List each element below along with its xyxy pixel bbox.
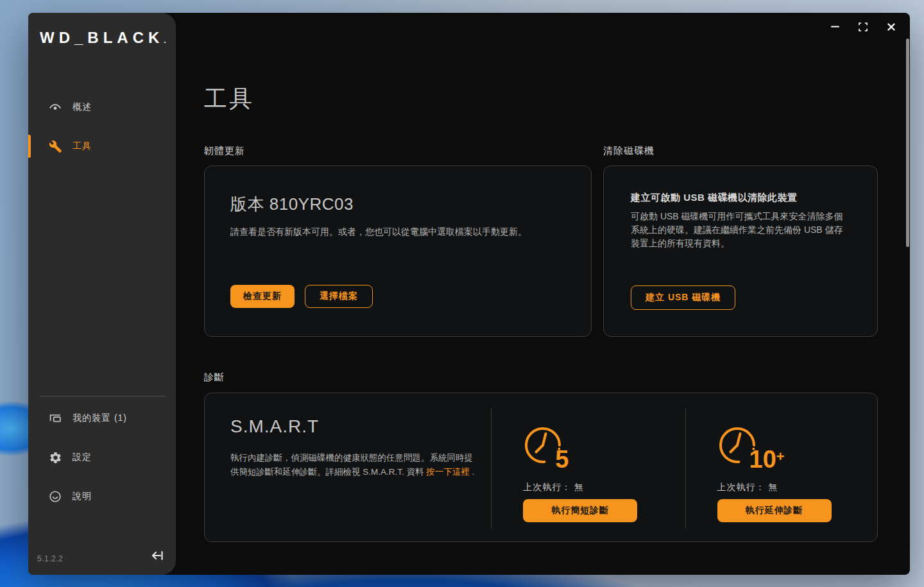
eye-icon [48,100,62,114]
smart-description-suffix: . [470,467,475,477]
sidebar-item-label: 工具 [73,140,92,152]
section-label-diagnostics: 診斷 [204,371,878,384]
smart-heading: S.M.A.R.T [230,416,477,437]
sidebar-item-label: 設定 [73,452,92,463]
firmware-buttons: 檢查更新 選擇檔案 [230,285,565,308]
window-controls [825,21,901,35]
collapse-sidebar-button[interactable] [146,545,168,567]
page-title: 工具 [204,83,254,115]
sidebar-item-my-devices[interactable]: 我的裝置 (1) [28,405,176,431]
extended-last-run: 上次執行： 無 [717,482,877,493]
minimize-icon [831,22,839,33]
devices-icon [48,411,62,425]
firmware-card: 版本 810YRC03 請查看是否有新版本可用。或者，您也可以從電腦中選取檔案以… [204,166,592,337]
sidebar-nav: 概述 工具 [28,94,176,159]
choose-file-button[interactable]: 選擇檔案 [305,285,373,308]
extended-duration-indicator: 10+ [717,420,877,470]
maximize-icon [859,22,868,33]
app-window: WD_BLACK. 概述 [28,13,910,575]
short-duration-number: 5 [555,446,569,473]
section-label-erase: 清除磁碟機 [603,144,878,157]
app-logo-text: WD_BLACK [40,29,164,46]
extended-duration-plus: + [776,448,785,464]
extended-diagnostic-column: 10+ 上次執行： 無 執行延伸診斷 [685,393,877,541]
sidebar-bottom-nav: 我的裝置 (1) 設定 [28,405,176,509]
close-icon [887,23,895,33]
sidebar-item-label: 說明 [73,491,92,502]
gear-icon [48,450,62,464]
firmware-update-section: 韌體更新 版本 810YRC03 請查看是否有新版本可用。或者，您也可以從電腦中… [204,144,592,337]
erase-description: 可啟動 USB 磁碟機可用作可攜式工具來安全清除多個系統上的硬碟。建議在繼續作業… [631,210,850,250]
collapse-arrow-icon [150,548,165,565]
sidebar-item-help[interactable]: 說明 [28,484,176,509]
sidebar-item-settings[interactable]: 設定 [28,445,176,470]
check-update-button[interactable]: 檢查更新 [230,285,295,308]
smart-description: 執行內建診斷，偵測磁碟機的健康狀態的任意問題。系統同時提供簡短診斷和延伸診斷。詳… [230,451,477,479]
sidebar-item-label: 我的裝置 (1) [73,413,127,424]
wrench-icon [48,139,62,153]
erase-heading: 建立可啟動 USB 磁碟機以清除此裝置 [631,192,850,204]
main-content: 工具 韌體更新 版本 810YRC03 請查看是否有新版本可用。或者，您也可以從… [176,13,910,575]
minimize-button[interactable] [825,21,844,35]
sidebar-item-overview[interactable]: 概述 [28,94,176,120]
firmware-description: 請查看是否有新版本可用。或者，您也可以從電腦中選取檔案以手動更新。 [230,225,565,238]
diagnostics-card: S.M.A.R.T 執行內建診斷，偵測磁碟機的健康狀態的任意問題。系統同時提供簡… [204,393,878,542]
erase-drive-card: 建立可啟動 USB 磁碟機以清除此裝置 可啟動 USB 磁碟機可用作可攜式工具來… [603,166,878,337]
sidebar: WD_BLACK. 概述 [28,13,176,575]
smart-info-column: S.M.A.R.T 執行內建診斷，偵測磁碟機的健康狀態的任意問題。系統同時提供簡… [205,393,491,541]
desktop-wallpaper: WD_BLACK. 概述 [0,0,924,587]
short-last-run: 上次執行： 無 [523,482,685,493]
short-duration-indicator: 5 [523,420,685,470]
extended-duration-number: 10 [749,446,776,473]
short-duration-value: 5 [555,446,569,470]
diagnostics-section: 診斷 S.M.A.R.T 執行內建診斷，偵測磁碟機的健康狀態的任意問題。系統同時… [204,371,878,542]
firmware-version: 版本 810YRC03 [230,193,565,216]
create-usb-button[interactable]: 建立 USB 磁碟機 [631,285,735,310]
short-diagnostic-column: 5 上次執行： 無 執行簡短診斷 [491,393,685,541]
active-indicator [28,135,31,158]
sidebar-item-tools[interactable]: 工具 [28,133,176,159]
run-extended-diagnostic-button[interactable]: 執行延伸診斷 [717,499,832,522]
trademark-mark: . [164,36,166,45]
sidebar-item-label: 概述 [73,101,92,113]
run-short-diagnostic-button[interactable]: 執行簡短診斷 [523,499,637,522]
close-button[interactable] [882,21,901,35]
click-here-link[interactable]: 按一下這裡 [426,467,470,477]
extended-duration-value: 10+ [749,446,785,470]
help-icon [48,489,62,504]
app-version: 5.1.2.2 [37,554,63,563]
sidebar-divider [40,396,166,396]
app-logo: WD_BLACK. [40,29,166,47]
maximize-button[interactable] [853,21,873,35]
section-label-firmware: 韌體更新 [204,144,592,157]
scrollbar-thumb[interactable] [906,38,909,247]
erase-drive-section: 清除磁碟機 建立可啟動 USB 磁碟機以清除此裝置 可啟動 USB 磁碟機可用作… [603,144,878,337]
